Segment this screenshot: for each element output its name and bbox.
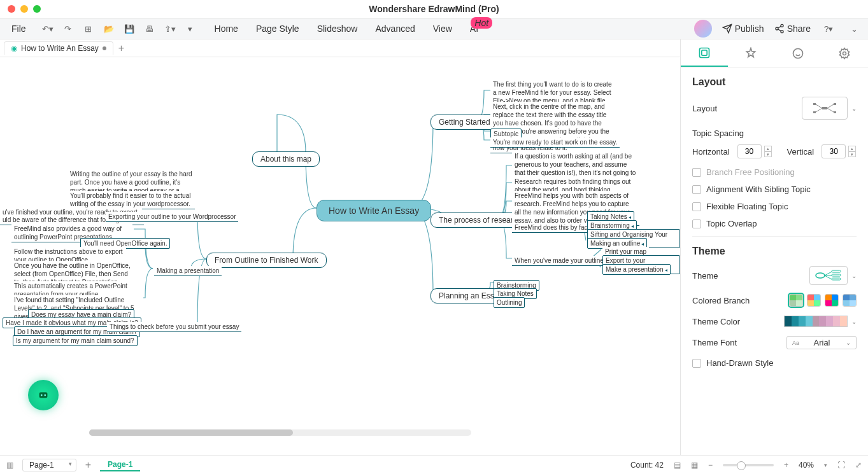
open-icon[interactable]: 📂: [101, 21, 117, 36]
chevron-down-icon[interactable]: ⌄: [851, 272, 857, 279]
count-label: Count: 42: [630, 461, 664, 470]
undo-icon[interactable]: ↶▾: [40, 21, 55, 36]
canvas-area[interactable]: How to Write An Essay About this map Fro…: [0, 57, 680, 455]
menu-ai[interactable]: AIHot: [470, 24, 478, 34]
tab-title: How to Write An Essay: [21, 44, 99, 53]
swatch-1[interactable]: [789, 294, 803, 307]
svg-line-11: [816, 104, 822, 108]
colored-branch-label: Colored Branch: [692, 296, 750, 305]
svg-line-13: [827, 104, 834, 108]
view-mode-2-icon[interactable]: ▦: [691, 461, 698, 470]
svg-line-14: [827, 108, 834, 112]
svg-rect-18: [834, 111, 836, 113]
more-icon[interactable]: ▾: [183, 21, 198, 36]
svg-line-20: [825, 272, 832, 275]
svg-point-0: [781, 24, 783, 27]
unsaved-indicator: [103, 46, 106, 50]
chevron-down-icon[interactable]: ⌄: [851, 318, 857, 325]
hot-badge: Hot: [471, 17, 492, 29]
user-avatar[interactable]: [694, 20, 712, 38]
layout-selector[interactable]: [802, 97, 848, 120]
page-tab[interactable]: Page-1: [100, 459, 140, 471]
save-icon[interactable]: 💾: [122, 21, 137, 36]
swatch-3[interactable]: [825, 294, 839, 307]
svg-point-4: [41, 394, 43, 396]
panel-tab-layout[interactable]: [681, 39, 728, 67]
vertical-input[interactable]: [822, 144, 846, 158]
chevron-down-icon[interactable]: ⌄: [846, 21, 862, 36]
h-up[interactable]: ▴: [764, 146, 772, 151]
new-tab-button[interactable]: +: [118, 43, 124, 54]
chevron-down-icon[interactable]: ⌄: [851, 105, 857, 112]
panel-tab-style[interactable]: [728, 39, 775, 67]
central-topic[interactable]: How to Write An Essay: [317, 200, 431, 221]
zoom-slider[interactable]: [723, 464, 774, 466]
leaf[interactable]: Exporting your outline to your Wordproce…: [106, 212, 238, 222]
menu-page-style[interactable]: Page Style: [256, 24, 299, 34]
leaf[interactable]: Make a presentation: [602, 264, 671, 275]
topic-getting-started[interactable]: Getting Started: [430, 115, 499, 130]
fullscreen-icon[interactable]: ⤢: [855, 461, 862, 470]
svg-rect-17: [834, 103, 836, 105]
svg-rect-15: [813, 103, 816, 105]
ai-assistant-fab[interactable]: [28, 380, 59, 410]
print-icon[interactable]: 🖶: [142, 21, 157, 36]
zoom-label[interactable]: 40%: [799, 461, 814, 470]
page-selector[interactable]: Page-1: [22, 459, 76, 471]
h-down[interactable]: ▾: [764, 151, 772, 157]
theme-color-label: Theme Color: [692, 317, 740, 326]
leaf[interactable]: You'll probably find it easier to to the…: [68, 191, 195, 209]
menu-view[interactable]: View: [433, 24, 452, 34]
export-icon[interactable]: ⇪▾: [162, 21, 178, 36]
svg-rect-16: [813, 111, 816, 113]
view-mode-1-icon[interactable]: ▤: [674, 461, 681, 470]
svg-point-1: [776, 27, 778, 30]
flex-float-label: Flexible Floating Topic: [706, 202, 788, 211]
document-tab[interactable]: ◉ How to Write An Essay: [4, 41, 113, 55]
layout-label: Layout: [692, 104, 717, 113]
theme-color-selector[interactable]: [784, 316, 848, 327]
v-up[interactable]: ▴: [848, 146, 856, 151]
svg-point-19: [816, 273, 825, 278]
hand-drawn-checkbox[interactable]: [692, 359, 701, 368]
zoom-in-button[interactable]: +: [784, 461, 788, 470]
leaf[interactable]: You're now ready to start work on the es…: [490, 137, 620, 148]
leaf[interactable]: Is my argument for my main claim sound?: [13, 335, 138, 346]
topic-outline[interactable]: From Outline to Finished Work: [206, 253, 327, 268]
help-icon[interactable]: ?▾: [821, 21, 836, 36]
title-bar: Wondershare EdrawMind (Pro): [0, 0, 868, 18]
swatch-4[interactable]: [843, 294, 857, 307]
flex-float-checkbox[interactable]: [692, 202, 701, 211]
zoom-out-button[interactable]: −: [708, 461, 713, 470]
svg-rect-23: [832, 270, 841, 272]
leaf[interactable]: Outlining: [494, 297, 525, 308]
font-selector[interactable]: AaArial⌄: [786, 336, 857, 349]
fit-screen-icon[interactable]: ⛶: [837, 461, 845, 470]
file-menu[interactable]: File: [6, 21, 31, 36]
swatch-2[interactable]: [807, 294, 821, 307]
svg-line-22: [825, 275, 832, 279]
align-sibling-checkbox[interactable]: [692, 185, 701, 194]
horizontal-scrollbar[interactable]: [89, 429, 471, 436]
menu-slideshow[interactable]: Slideshow: [317, 24, 358, 34]
outline-view-icon[interactable]: ▥: [6, 461, 13, 470]
menu-home[interactable]: Home: [215, 24, 238, 34]
publish-button[interactable]: Publish: [722, 24, 764, 34]
theme-label: Theme: [692, 271, 718, 281]
leaf[interactable]: Making a presentation: [154, 266, 222, 276]
panel-tab-emoji[interactable]: [774, 39, 822, 67]
hand-drawn-label: Hand-Drawn Style: [706, 358, 774, 368]
panel-tab-settings[interactable]: [822, 39, 869, 67]
overlap-checkbox[interactable]: [692, 220, 701, 228]
theme-selector[interactable]: [809, 266, 848, 285]
leaf[interactable]: Things to check before you submit your e…: [107, 322, 241, 332]
topic-about[interactable]: About this map: [252, 151, 320, 167]
share-button[interactable]: Share: [774, 24, 811, 34]
redo-icon[interactable]: ↷: [60, 21, 76, 36]
horizontal-input[interactable]: [737, 144, 762, 158]
menu-advanced[interactable]: Advanced: [375, 24, 415, 34]
new-icon[interactable]: ⊞: [81, 21, 96, 36]
section-layout-title: Layout: [692, 76, 857, 88]
v-down[interactable]: ▾: [848, 151, 856, 157]
add-page-button[interactable]: +: [85, 459, 91, 471]
